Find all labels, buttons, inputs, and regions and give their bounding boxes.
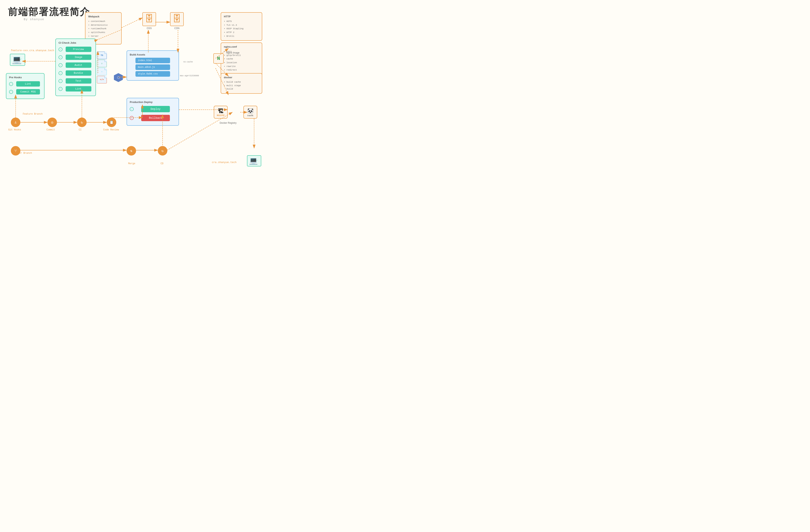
docker-registry-label: Docker Registry bbox=[220, 121, 237, 124]
bundle-button[interactable]: Bundle bbox=[66, 70, 91, 76]
prehooks-lint-row: ✓ Lint bbox=[9, 80, 41, 87]
nginx-n-icon: N bbox=[213, 53, 224, 64]
image-button[interactable]: Image bbox=[66, 54, 91, 60]
max-age-label: max-age=31536000 bbox=[180, 75, 199, 77]
feature-branch-label: Feature Branch bbox=[23, 113, 43, 115]
style-css-button[interactable]: style.8a9d.css bbox=[135, 71, 170, 77]
build-assets-title: Build Assets bbox=[130, 53, 176, 56]
html-file-icon: </> bbox=[97, 76, 107, 83]
bundle-check: ✓ bbox=[59, 71, 63, 75]
traefik-label: traefik bbox=[247, 114, 253, 117]
file-icons-stack: TS ▽ ⚛ </> bbox=[97, 51, 107, 84]
cd-circle: ↻ bbox=[158, 146, 167, 155]
cra-prod-label: cra.shanyue.tech bbox=[212, 161, 237, 164]
ci-preview-row: ✓ Preview bbox=[59, 46, 93, 53]
http-box: HTTP HSTS TLS v1.3 OSCP Stapling HTTP 2 … bbox=[221, 12, 262, 41]
registry-icon: 🏗 bbox=[218, 108, 224, 115]
deploy-button[interactable]: Deploy bbox=[141, 106, 170, 112]
commit-label: Commit bbox=[47, 129, 55, 131]
laptop-preview-icon: 💻✓ bbox=[10, 54, 25, 66]
ci-jobs-title: CI Check Jobs bbox=[59, 41, 93, 44]
commit-msg-check: ✓ bbox=[9, 90, 13, 94]
test-check: ✓ bbox=[59, 79, 63, 83]
rollback-x: ✕ bbox=[130, 116, 134, 120]
prehooks-title: Pre Hooks bbox=[9, 76, 41, 79]
production-deploy-box: Production Deploy ✓ Deploy ✕ Rollback bbox=[127, 98, 179, 126]
preview-url: feature-xxx.cra.shanyue.tech bbox=[11, 49, 54, 52]
docker-title: docker bbox=[224, 76, 259, 79]
oss-label: OSS bbox=[142, 27, 156, 30]
oss-icon: 🗄 bbox=[142, 12, 156, 26]
prehooks-msg-row: ✓ Commit MSG bbox=[9, 88, 41, 95]
nginx-conf-title: nginx.conf bbox=[224, 45, 259, 48]
audit-button[interactable]: Audit bbox=[66, 63, 91, 68]
http-list: HSTS TLS v1.3 OSCP Stapling HTTP 2 Brotl… bbox=[224, 20, 259, 38]
cd-label: CD bbox=[161, 162, 163, 165]
laptop-prod-icon: 💻✓ bbox=[247, 155, 261, 166]
lint-button[interactable]: Lint bbox=[16, 81, 40, 86]
cdn-container: 🗄 CDN bbox=[170, 12, 184, 30]
commit-circle: ◎ bbox=[47, 118, 57, 127]
code-review-label: Code Review bbox=[103, 129, 119, 131]
lint-check: ✓ bbox=[9, 82, 13, 86]
test-button[interactable]: Test bbox=[66, 78, 91, 84]
bundler-hex-icon: ⬡ bbox=[114, 73, 123, 82]
ts-file-icon: TS bbox=[97, 52, 107, 59]
master-circle: ⑂ bbox=[11, 146, 20, 155]
vue-file-icon: ▽ bbox=[97, 60, 107, 67]
commit-msg-button[interactable]: Commit MSG bbox=[16, 89, 40, 95]
react-file-icon: ⚛ bbox=[97, 68, 107, 75]
ci-bundle-row: ✓ Bundle bbox=[59, 70, 93, 77]
preview-button[interactable]: Preview bbox=[66, 47, 91, 52]
ci-jobs-box: CI Check Jobs ✓ Preview ✓ Image ✓ Audit … bbox=[55, 38, 96, 96]
production-deploy-title: Production Deploy bbox=[130, 101, 176, 103]
build-assets-box: Build Assets index.html main.a8cd.js sty… bbox=[127, 50, 179, 81]
prehooks-box: Pre Hooks ✓ Lint ✓ Commit MSG bbox=[6, 73, 45, 99]
cdn-icon: 🗄 bbox=[170, 12, 184, 26]
docker-list: build cache multi stage build bbox=[224, 80, 259, 91]
git-hooks-label: Git Hooks bbox=[8, 129, 21, 131]
oss-container: 🗄 OSS bbox=[142, 12, 156, 30]
traefik-icon-box: 🐼 traefik bbox=[243, 106, 257, 119]
registry-inner-label: REGISTRY bbox=[217, 115, 225, 116]
ci-test-row: ✓ Test bbox=[59, 78, 93, 84]
ci-circle: ↻ bbox=[77, 118, 87, 127]
image-check: ✓ bbox=[59, 55, 63, 59]
rollback-row: ✕ Rollback bbox=[130, 114, 176, 122]
title-by: By shanyue bbox=[24, 18, 44, 21]
no-cache-label: no-cache bbox=[183, 61, 193, 63]
deploy-check: ✓ bbox=[130, 107, 134, 111]
webpack-title: Webpack bbox=[88, 15, 118, 18]
ci-image-row: ✓ Image bbox=[59, 54, 93, 61]
preview-check: ✓ bbox=[59, 47, 63, 51]
merge-label: Merge bbox=[128, 162, 135, 165]
docker-box: docker build cache multi stage build bbox=[221, 73, 262, 94]
main-js-button[interactable]: main.a8cd.js bbox=[135, 64, 170, 70]
nginx-image-label: Nginx Image bbox=[226, 51, 240, 54]
audit-check: ✓ bbox=[59, 63, 63, 67]
index-html-button[interactable]: index.html bbox=[135, 58, 170, 63]
svg-line-19 bbox=[122, 18, 142, 28]
registry-icon-box: 🏗 REGISTRY bbox=[214, 106, 228, 119]
traefik-icon: 🐼 bbox=[247, 108, 254, 114]
ci-lint-check: ✓ bbox=[59, 87, 63, 91]
ci-lint-button[interactable]: Lint bbox=[66, 86, 91, 92]
ci-audit-row: ✓ Audit bbox=[59, 62, 93, 69]
deploy-row: ✓ Deploy bbox=[130, 105, 176, 113]
git-hooks-circle: ⚓ bbox=[11, 118, 20, 127]
ci-lint-row: ✓ Lint bbox=[59, 85, 93, 92]
merge-circle: ⇅ bbox=[127, 146, 136, 155]
cdn-label: CDN bbox=[170, 27, 184, 30]
ci-label: CI bbox=[79, 129, 81, 131]
code-review-circle: 📋 bbox=[107, 118, 116, 127]
http-title: HTTP bbox=[224, 15, 259, 18]
title-cn: 前端部署流程简介 bbox=[8, 5, 90, 18]
rollback-button[interactable]: Rollback bbox=[141, 115, 170, 121]
